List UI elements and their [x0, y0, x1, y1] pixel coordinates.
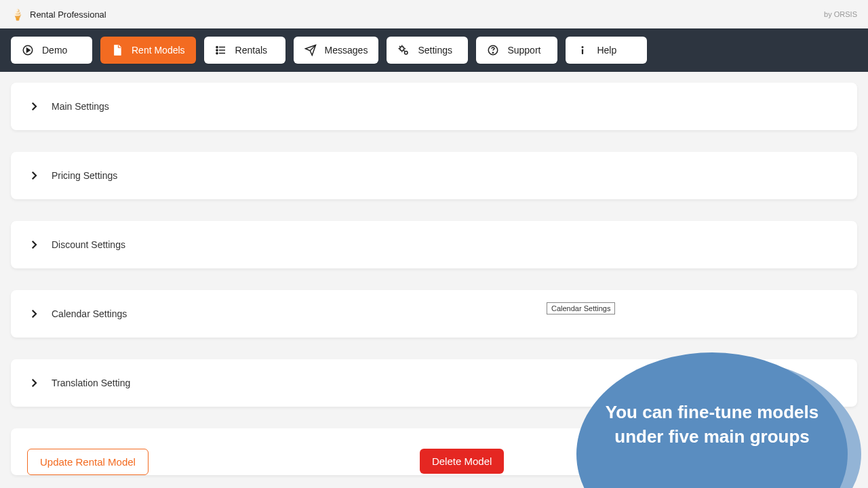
- nav-label: Demo: [42, 45, 67, 56]
- nav-rent-models[interactable]: Rent Models: [100, 37, 196, 64]
- nav-label: Messages: [325, 45, 368, 56]
- play-icon: [22, 44, 34, 56]
- chevron-right-icon: [27, 169, 41, 182]
- gears-icon: [397, 44, 410, 56]
- nav-label: Rent Models: [132, 45, 185, 56]
- accordion-label: Translation Setting: [52, 378, 130, 388]
- nav-rentals[interactable]: Rentals: [204, 37, 285, 64]
- accordion-label: Pricing Settings: [52, 170, 117, 181]
- chevron-right-icon: [27, 376, 41, 390]
- svg-point-8: [405, 52, 408, 55]
- svg-point-5: [216, 49, 217, 51]
- svg-point-6: [216, 52, 217, 54]
- file-icon: [111, 44, 123, 56]
- accordion-main-settings[interactable]: Main Settings: [11, 83, 857, 130]
- nav-messages[interactable]: Messages: [294, 37, 379, 64]
- question-icon: [487, 44, 499, 56]
- by-text: by ORSIS: [824, 10, 857, 18]
- svg-rect-12: [582, 49, 583, 55]
- topbar: 🍦 Rental Professional by ORSIS: [0, 0, 868, 28]
- delete-model-button[interactable]: Delete Model: [420, 449, 504, 474]
- app-logo-icon: 🍦: [11, 8, 24, 21]
- callout-text: You can fine-tune models under five main…: [576, 400, 848, 449]
- list-icon: [215, 44, 227, 56]
- accordion-calendar-settings[interactable]: Calendar Settings Calendar Settings: [11, 290, 857, 338]
- nav-demo[interactable]: Demo: [11, 37, 92, 64]
- tooltip-calendar-settings: Calendar Settings: [547, 302, 615, 314]
- accordion-label: Calendar Settings: [52, 308, 127, 319]
- nav-label: Settings: [418, 45, 452, 56]
- svg-point-10: [493, 52, 494, 53]
- svg-point-11: [582, 46, 584, 48]
- chevron-right-icon: [27, 238, 41, 251]
- nav-label: Support: [507, 45, 540, 56]
- navbar: Demo Rent Models Rentals Messages Settin…: [0, 28, 868, 72]
- chevron-right-icon: [27, 307, 41, 321]
- accordion-pricing-settings[interactable]: Pricing Settings: [11, 152, 857, 199]
- accordion-label: Discount Settings: [52, 239, 125, 250]
- nav-settings[interactable]: Settings: [387, 37, 468, 64]
- app-title: Rental Professional: [30, 9, 106, 20]
- svg-point-4: [216, 46, 217, 47]
- topbar-left: 🍦 Rental Professional: [11, 8, 106, 21]
- nav-help[interactable]: Help: [566, 37, 647, 64]
- chevron-right-icon: [27, 100, 41, 113]
- nav-label: Help: [597, 45, 616, 56]
- accordion-discount-settings[interactable]: Discount Settings: [11, 221, 857, 268]
- info-icon: [576, 44, 589, 56]
- accordion-label: Main Settings: [52, 101, 109, 112]
- nav-support[interactable]: Support: [476, 37, 557, 64]
- send-icon: [304, 44, 317, 56]
- svg-point-7: [400, 47, 404, 51]
- update-rental-model-button[interactable]: Update Rental Model: [27, 449, 149, 475]
- nav-label: Rentals: [235, 45, 267, 56]
